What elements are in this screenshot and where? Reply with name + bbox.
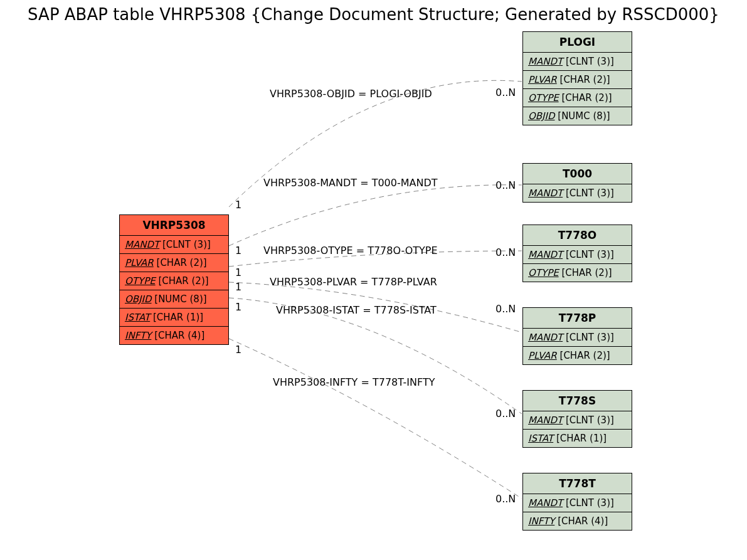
entity-field: OTYPE [CHAR (2)] <box>120 272 228 290</box>
page-title: SAP ABAP table VHRP5308 {Change Document… <box>0 5 747 24</box>
cardinality-left: 1 <box>235 301 241 313</box>
edge-label: VHRP5308-MANDT = T000-MANDT <box>263 177 438 189</box>
cardinality-left: 1 <box>235 245 241 256</box>
entity-t778s: T778S MANDT [CLNT (3)] ISTAT [CHAR (1)] <box>522 390 632 448</box>
cardinality-left: 1 <box>235 199 241 211</box>
cardinality-right: 0..N <box>495 87 516 98</box>
entity-title: PLOGI <box>523 32 632 53</box>
entity-field: MANDT [CLNT (3)] <box>523 411 632 430</box>
entity-field: MANDT [CLNT (3)] <box>523 494 632 512</box>
entity-field: INFTY [CHAR (4)] <box>120 327 228 344</box>
edge-label: VHRP5308-PLVAR = T778P-PLVAR <box>270 276 437 288</box>
entity-title: VHRP5308 <box>120 215 228 236</box>
entity-field: MANDT [CLNT (3)] <box>523 53 632 71</box>
entity-t778p: T778P MANDT [CLNT (3)] PLVAR [CHAR (2)] <box>522 307 632 365</box>
entity-field: OBJID [NUMC (8)] <box>523 107 632 125</box>
entity-field: PLVAR [CHAR (2)] <box>120 254 228 272</box>
cardinality-right: 0..N <box>495 179 516 191</box>
cardinality-left: 1 <box>235 281 241 293</box>
edge-label: VHRP5308-ISTAT = T778S-ISTAT <box>276 304 437 316</box>
entity-field: OTYPE [CHAR (2)] <box>523 89 632 107</box>
entity-field: MANDT [CLNT (3)] <box>523 184 632 202</box>
entity-field: MANDT [CLNT (3)] <box>523 329 632 347</box>
entity-field: MANDT [CLNT (3)] <box>523 246 632 264</box>
cardinality-right: 0..N <box>495 303 516 315</box>
cardinality-left: 1 <box>235 344 241 356</box>
entity-field: OBJID [NUMC (8)] <box>120 290 228 309</box>
cardinality-right: 0..N <box>495 246 516 258</box>
entity-title: T778O <box>523 225 632 246</box>
entity-title: T778S <box>523 391 632 411</box>
edge-label: VHRP5308-INFTY = T778T-INFTY <box>273 376 435 388</box>
entity-t000: T000 MANDT [CLNT (3)] <box>522 163 632 203</box>
edge-label: VHRP5308-OBJID = PLOGI-OBJID <box>270 88 432 100</box>
entity-field: ISTAT [CHAR (1)] <box>120 309 228 327</box>
cardinality-right: 0..N <box>495 408 516 420</box>
entity-field: MANDT [CLNT (3)] <box>120 236 228 254</box>
entity-title: T000 <box>523 164 632 184</box>
entity-field: PLVAR [CHAR (2)] <box>523 71 632 89</box>
entity-field: ISTAT [CHAR (1)] <box>523 430 632 447</box>
edge-label: VHRP5308-OTYPE = T778O-OTYPE <box>263 245 438 256</box>
entity-title: T778P <box>523 308 632 329</box>
entity-t778t: T778T MANDT [CLNT (3)] INFTY [CHAR (4)] <box>522 473 632 531</box>
entity-field: INFTY [CHAR (4)] <box>523 512 632 530</box>
cardinality-left: 1 <box>235 267 241 278</box>
entity-field: OTYPE [CHAR (2)] <box>523 264 632 282</box>
entity-main: VHRP5308 MANDT [CLNT (3)] PLVAR [CHAR (2… <box>119 214 229 345</box>
cardinality-right: 0..N <box>495 493 516 505</box>
entity-t778o: T778O MANDT [CLNT (3)] OTYPE [CHAR (2)] <box>522 225 632 282</box>
entity-field: PLVAR [CHAR (2)] <box>523 347 632 364</box>
entity-plogi: PLOGI MANDT [CLNT (3)] PLVAR [CHAR (2)] … <box>522 31 632 125</box>
entity-title: T778T <box>523 473 632 494</box>
